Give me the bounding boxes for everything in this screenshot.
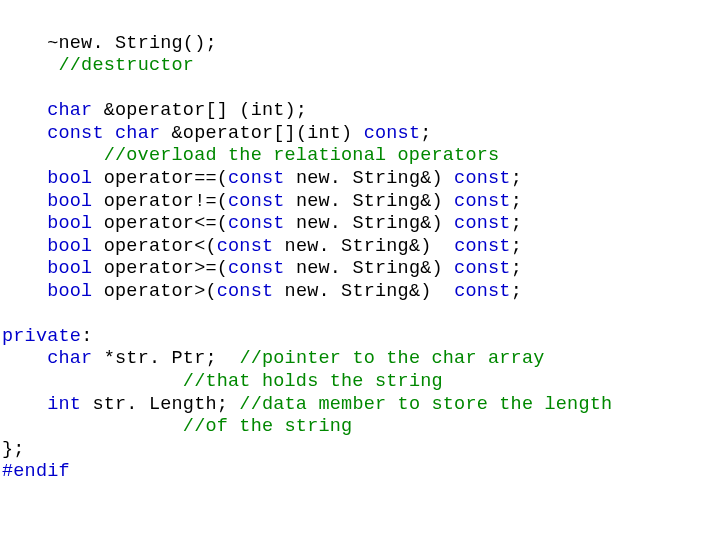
code-line <box>2 281 47 302</box>
code-line <box>2 55 59 76</box>
keyword: const <box>454 258 511 279</box>
code-line <box>2 100 47 121</box>
keyword: bool <box>47 236 92 257</box>
code-line <box>2 348 47 369</box>
code-line: new. String&) <box>285 258 455 279</box>
code-line: operator>=( <box>92 258 228 279</box>
comment: //of the string <box>183 416 353 437</box>
code-line <box>2 191 47 212</box>
code-line: new. String&) <box>285 213 455 234</box>
code-line: new. String&) <box>285 191 455 212</box>
code-line <box>2 394 47 415</box>
code-line: str. Length; <box>81 394 239 415</box>
keyword: const <box>228 258 285 279</box>
code-line <box>2 145 104 166</box>
code-line <box>2 236 47 257</box>
keyword: const <box>364 123 421 144</box>
keyword: const <box>454 168 511 189</box>
code-line <box>2 33 47 54</box>
code-line: new. String&) <box>273 236 454 257</box>
code-line: &operator[](int) <box>160 123 363 144</box>
code-line <box>2 416 183 437</box>
keyword: char <box>115 123 160 144</box>
keyword: bool <box>47 258 92 279</box>
code-line: ; <box>511 258 522 279</box>
code-line <box>2 371 183 392</box>
code-line <box>2 123 47 144</box>
code-line: operator<=( <box>92 213 228 234</box>
code-line <box>104 123 115 144</box>
code-line: ; <box>511 191 522 212</box>
comment: //pointer to the char array <box>239 348 544 369</box>
code-line: new. String&) <box>285 168 455 189</box>
keyword: const <box>228 191 285 212</box>
comment: //that holds the string <box>183 371 443 392</box>
code-line: ; <box>511 213 522 234</box>
keyword: const <box>217 281 274 302</box>
keyword: int <box>47 394 81 415</box>
keyword: bool <box>47 191 92 212</box>
keyword: const <box>454 191 511 212</box>
code-line: }; <box>2 439 25 460</box>
keyword: const <box>228 168 285 189</box>
keyword: const <box>454 236 511 257</box>
keyword: const <box>47 123 104 144</box>
code-line: operator<( <box>92 236 216 257</box>
code-line: ; <box>511 168 522 189</box>
keyword: char <box>47 348 92 369</box>
code-line: ; <box>420 123 431 144</box>
keyword: const <box>454 281 511 302</box>
code-line <box>2 258 47 279</box>
code-line: new. String&) <box>273 281 454 302</box>
keyword: const <box>454 213 511 234</box>
comment: //data member to store the length <box>239 394 612 415</box>
code-line: *str. Ptr; <box>92 348 239 369</box>
code-line: &operator[] (int); <box>92 100 307 121</box>
code-line <box>2 213 47 234</box>
comment: //destructor <box>59 55 195 76</box>
code-line: operator!=( <box>92 191 228 212</box>
keyword: bool <box>47 213 92 234</box>
keyword: char <box>47 100 92 121</box>
code-line: operator>( <box>92 281 216 302</box>
code-line: : <box>81 326 92 347</box>
code-line <box>2 168 47 189</box>
keyword: const <box>217 236 274 257</box>
code-line: ; <box>511 281 522 302</box>
keyword: bool <box>47 281 92 302</box>
code-line: ; <box>511 236 522 257</box>
code-line: operator==( <box>92 168 228 189</box>
keyword: bool <box>47 168 92 189</box>
code-block: ~new. String(); //destructor char &opera… <box>0 33 720 484</box>
keyword: private <box>2 326 81 347</box>
comment: //overload the relational operators <box>104 145 500 166</box>
preprocessor: #endif <box>2 461 70 482</box>
keyword: const <box>228 213 285 234</box>
code-line: ~new. String(); <box>47 33 217 54</box>
